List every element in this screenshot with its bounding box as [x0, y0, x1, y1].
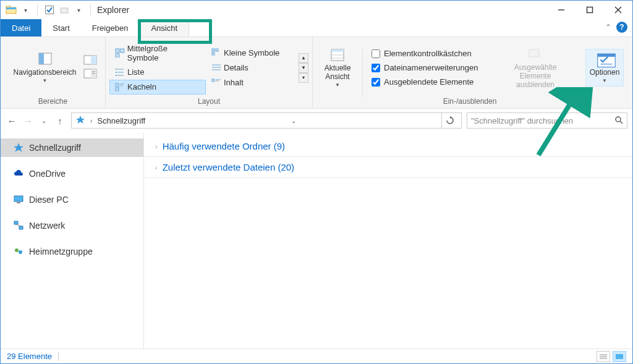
group-frequent-folders[interactable]: › Häufig verwendete Ordner (9) — [144, 136, 632, 157]
layout-gallery-up[interactable]: ▲ — [299, 53, 308, 63]
show-hide-group-label: Ein-/ausblenden — [363, 95, 577, 108]
group-title: Zuletzt verwendete Dateien (20) — [163, 162, 294, 172]
sidebar-item-homegroup[interactable]: Heimnetzgruppe — [1, 242, 143, 261]
sidebar-item-network[interactable]: Netzwerk — [1, 216, 143, 235]
status-bar: 29 Elemente — [1, 349, 632, 363]
sidebar-item-thispc[interactable]: Dieser PC — [1, 190, 143, 209]
chevron-right-icon: › — [155, 143, 158, 150]
search-placeholder: "Schnellzugriff" durchsuchen — [471, 116, 573, 125]
current-view-button[interactable]: Aktuelle Ansicht ▼ — [319, 44, 356, 91]
help-icon[interactable]: ? — [616, 22, 627, 33]
details-pane-icon[interactable] — [83, 69, 97, 80]
navigation-pane-icon — [35, 52, 55, 67]
layout-gallery-spinner: ▲ ▼ ▾ — [299, 53, 308, 83]
svg-rect-18 — [121, 48, 124, 52]
svg-rect-6 — [587, 7, 593, 13]
dropdown-icon: ▼ — [335, 82, 340, 88]
layout-details[interactable]: Details — [206, 61, 299, 75]
svg-rect-24 — [116, 72, 117, 73]
thumbnails-view-icon[interactable] — [613, 351, 626, 362]
layout-gallery-down[interactable]: ▼ — [299, 63, 308, 73]
svg-rect-31 — [216, 49, 218, 51]
search-field[interactable]: "Schnellzugriff" durchsuchen — [467, 112, 627, 129]
quick-access-toolbar: ▾ ▾ — [1, 4, 93, 16]
group-recent-files[interactable]: › Zuletzt verwendete Dateien (20) — [144, 157, 632, 178]
svg-rect-10 — [39, 53, 44, 64]
svg-rect-55 — [19, 226, 23, 229]
group-title: Häufig verwendete Ordner (9) — [163, 141, 285, 151]
layout-medium-icons[interactable]: Mittelgroße Symbole — [109, 41, 206, 65]
breadcrumb-arrow-icon[interactable]: › — [88, 117, 95, 124]
separator — [37, 4, 38, 16]
star-icon — [75, 115, 85, 127]
hidden-items-toggle[interactable]: Ausgeblendete Elemente — [372, 76, 489, 88]
collapse-ribbon-icon[interactable]: ⌃ — [605, 23, 611, 32]
layout-content-label: Inhalt — [224, 78, 244, 87]
ribbon-group-currentview: Aktuelle Ansicht ▼ — [313, 37, 362, 108]
svg-marker-51 — [14, 143, 23, 152]
folder-small-icon[interactable] — [59, 4, 70, 15]
address-location[interactable]: Schnellzugriff — [97, 116, 145, 125]
checkbox-icon[interactable] — [44, 4, 55, 15]
tab-file[interactable]: Datei — [1, 19, 41, 36]
layout-gallery-more[interactable]: ▾ — [299, 73, 308, 83]
address-dropdown-icon[interactable]: ⌄ — [289, 117, 299, 124]
item-checkboxes-toggle[interactable]: Elementkontrollkästchen — [372, 48, 489, 59]
hidden-items-checkbox[interactable] — [372, 78, 380, 87]
qat-customize-icon[interactable]: ▾ — [77, 7, 80, 14]
sidebar-item-onedrive[interactable]: OneDrive — [1, 164, 143, 183]
sidebar-item-quickaccess[interactable]: Schnellzugriff — [1, 138, 143, 157]
back-button[interactable]: ← — [6, 114, 18, 127]
sidebar-item-label: Heimnetzgruppe — [29, 247, 93, 256]
hide-selected-label-2: Elemente ausblenden — [504, 72, 567, 90]
svg-rect-40 — [331, 49, 344, 52]
svg-point-57 — [15, 248, 19, 252]
layout-content[interactable]: Inhalt — [206, 75, 299, 90]
maximize-button[interactable] — [576, 1, 604, 19]
navigation-pane-button[interactable]: Navigationsbereich ▼ — [9, 49, 80, 87]
layout-list[interactable]: Liste — [109, 65, 206, 80]
navigation-sidebar: Schnellzugriff OneDrive Dieser PC Netzwe… — [1, 132, 144, 350]
tab-start[interactable]: Start — [41, 19, 80, 36]
address-field[interactable]: › Schnellzugriff ⌄ — [71, 112, 462, 129]
svg-rect-12 — [91, 56, 96, 64]
ribbon-group-layout: Mittelgroße Symbole Liste Kacheln Kleine… — [106, 37, 313, 108]
svg-point-49 — [616, 117, 621, 122]
layout-small-icons[interactable]: Kleine Symbole — [206, 46, 299, 61]
sidebar-item-label: Netzwerk — [29, 221, 65, 231]
preview-pane-icon[interactable] — [83, 55, 97, 67]
item-checkboxes-checkbox[interactable] — [372, 49, 380, 58]
layout-tiles[interactable]: Kacheln — [109, 80, 206, 95]
svg-rect-45 — [598, 54, 616, 57]
svg-rect-2 — [6, 7, 16, 9]
chevron-right-icon: › — [155, 164, 158, 171]
options-label: Optionen — [590, 68, 620, 77]
window-title: Explorer — [97, 5, 129, 15]
qat-dropdown-icon[interactable]: ▾ — [24, 7, 27, 14]
tab-view[interactable]: Ansicht — [139, 19, 189, 36]
layout-list-label: Liste — [127, 67, 144, 77]
layout-group-label: Layout — [106, 95, 312, 108]
search-icon[interactable] — [614, 116, 623, 126]
minimize-button[interactable] — [547, 1, 576, 19]
close-button[interactable] — [604, 1, 632, 19]
svg-line-50 — [620, 121, 622, 124]
svg-line-56 — [16, 224, 21, 226]
current-view-label: Aktuelle Ansicht — [323, 64, 352, 82]
ribbon-controls: ⌃ ? — [605, 22, 627, 33]
svg-rect-29 — [116, 88, 119, 91]
svg-rect-36 — [212, 79, 215, 82]
svg-rect-32 — [212, 53, 215, 55]
details-view-icon[interactable] — [597, 351, 610, 362]
status-item-count: 29 Elemente — [7, 352, 52, 361]
file-extensions-toggle[interactable]: Dateinamenerweiterungen — [372, 62, 489, 74]
refresh-button[interactable] — [441, 112, 457, 129]
up-button[interactable]: ↑ — [54, 114, 66, 127]
tab-share[interactable]: Freigeben — [81, 19, 140, 36]
ribbon-group-options: Optionen ▼ — [577, 37, 632, 108]
ribbon: Navigationsbereich ▼ Bereiche Mittelgroß… — [1, 36, 632, 109]
hide-selected-icon — [525, 46, 545, 62]
options-button[interactable]: Optionen ▼ — [585, 49, 624, 87]
file-extensions-checkbox[interactable] — [372, 64, 380, 72]
recent-locations-icon[interactable]: ⌄ — [38, 114, 50, 127]
